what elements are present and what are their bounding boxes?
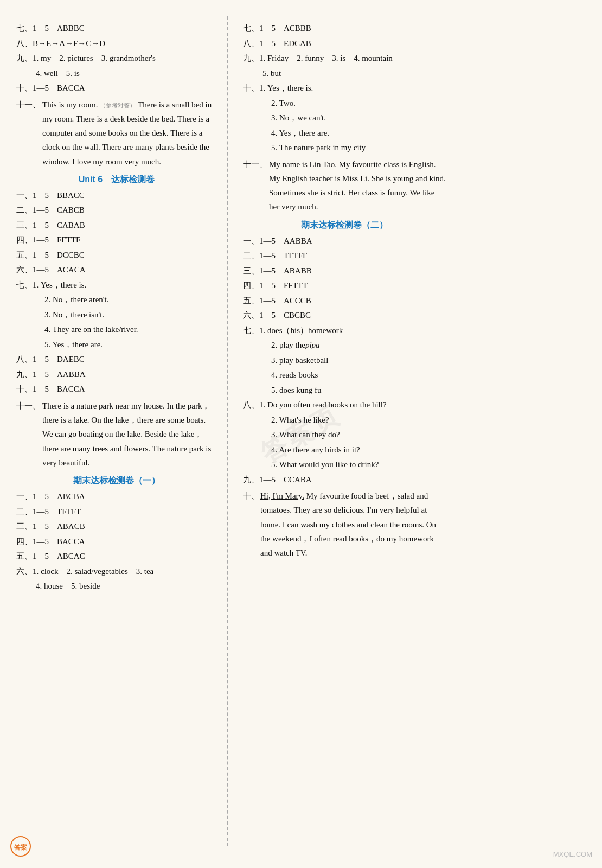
underline-text: This is my room. [42, 100, 98, 109]
line: 3. No，we can't. [243, 111, 446, 125]
line: 九、1—5 AABBA [16, 368, 217, 382]
section-title-unit6: Unit 6 达标检测卷 [16, 174, 217, 186]
logo-bottom-right: MXQE.COM [553, 850, 592, 858]
line: 四、1—5 FFTTF [16, 233, 217, 247]
line: 5. Yes，there are. [16, 338, 217, 352]
line: 一、1—5 ABCBA [16, 490, 217, 504]
para-body: Hi, I'm Mary. My favourite food is beef，… [260, 489, 446, 560]
para-eleven-unit6: 十一、 There is a nature park near my house… [16, 399, 217, 470]
line: 3. play basketball [243, 354, 446, 368]
line: 4. house 5. beside [16, 579, 217, 593]
line: 九、1—5 CCABA [243, 473, 446, 487]
svg-text:答案: 答案 [14, 844, 27, 851]
line: 五、1—5 ACCCB [243, 294, 446, 308]
line: 十、1—5 BACCA [16, 81, 217, 95]
section-title-qimo2: 期末达标检测卷（二） [243, 220, 446, 231]
page: 答案页 七、1—5 ABBBC 八、B→E→A→F→C→D 九、1. my 2.… [0, 0, 602, 868]
line: 四、1—5 BACCA [16, 535, 217, 549]
italic-word: pipa [305, 339, 320, 353]
line: 七、1. does（his）homework [243, 324, 446, 338]
line: 一、1—5 AABBA [243, 234, 446, 248]
line: 4. Are there any birds in it? [243, 443, 446, 457]
line: 3. What can they do? [243, 428, 446, 442]
line: 三、1—5 ABABB [243, 264, 446, 278]
line: 三、1—5 CABAB [16, 219, 217, 233]
line: 四、1—5 FFTTT [243, 279, 446, 293]
line: 五、1—5 ABCAC [16, 550, 217, 564]
line: 九、1. Friday 2. funny 3. is 4. mountain [243, 52, 446, 66]
line: 六、1—5 CBCBC [243, 309, 446, 323]
line: 八、1. Do you often read books on the hill… [243, 398, 446, 412]
para-body: There is a nature park near my house. In… [42, 399, 217, 470]
line: 4. reads books [243, 368, 446, 382]
line: 八、1—5 EDCAB [243, 37, 446, 51]
line: 七、1—5 ABBBC [16, 22, 217, 36]
line: 3. No，there isn't. [16, 308, 217, 322]
line: 九、1. my 2. pictures 3. grandmother's [16, 52, 217, 66]
line: 4. They are on the lake/river. [16, 323, 217, 337]
line: 2. What's he like? [243, 413, 446, 427]
line: 5. does kung fu [243, 384, 446, 398]
para-prefix: 十、 [243, 489, 260, 560]
para-eleven-qimo1: 十一、 My name is Lin Tao. My favourite cla… [243, 157, 446, 214]
line: 2. Two. [243, 97, 446, 111]
para-body: This is my room. （参考对答） There is a small… [42, 98, 217, 169]
line: 七、1. Yes，there is. [16, 278, 217, 292]
line: 5. The nature park in my city [243, 141, 446, 155]
line: 七、1—5 ACBBB [243, 22, 446, 36]
line: 八、B→E→A→F→C→D [16, 37, 217, 51]
line: 六、1. clock 2. salad/vegetables 3. tea [16, 565, 217, 579]
line: 二、1—5 TFTFT [16, 505, 217, 519]
line: 二、1—5 TFTFF [243, 249, 446, 263]
line: 5. but [243, 67, 446, 81]
line: 2. No，there aren't. [16, 293, 217, 307]
line: 4. Yes，there are. [243, 126, 446, 141]
para-prefix: 十一、 [243, 157, 269, 214]
small-note: （参考对答） [100, 102, 136, 108]
line: 5. What would you like to drink? [243, 458, 446, 472]
underline-text: Hi, I'm Mary. [260, 492, 304, 500]
para-prefix: 十一、 [16, 399, 42, 470]
para-body: My name is Lin Tao. My favourite class i… [269, 157, 446, 214]
line: 十、1—5 BACCA [16, 382, 217, 397]
line: 4. well 5. is [16, 67, 217, 81]
left-column: 七、1—5 ABBBC 八、B→E→A→F→C→D 九、1. my 2. pic… [0, 16, 228, 846]
line: 十、1. Yes，there is. [243, 81, 446, 95]
line: 六、1—5 ACACA [16, 263, 217, 277]
line: 一、1—5 BBACC [16, 189, 217, 203]
para-ten-qimo2: 十、 Hi, I'm Mary. My favourite food is be… [243, 489, 446, 560]
logo-icon: 答案 [10, 835, 31, 857]
line: 三、1—5 ABACB [16, 520, 217, 534]
line: 八、1—5 DAEBC [16, 353, 217, 367]
line: 二、1—5 CABCB [16, 203, 217, 218]
para-eleven-left: 十一、 This is my room. （参考对答） There is a s… [16, 98, 217, 169]
logo-bottom-left: 答案 [10, 835, 31, 858]
para-prefix: 十一、 [16, 98, 42, 169]
right-column: 七、1—5 ACBBB 八、1—5 EDCAB 九、1. Friday 2. f… [228, 16, 456, 846]
line: 五、1—5 DCCBC [16, 248, 217, 263]
section-title-qimo1: 期末达标检测卷（一） [16, 475, 217, 487]
line: 2. play the pipa [243, 339, 446, 353]
